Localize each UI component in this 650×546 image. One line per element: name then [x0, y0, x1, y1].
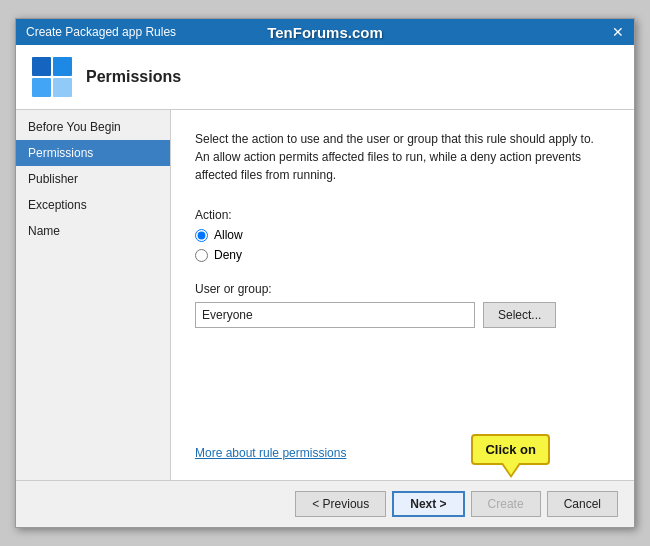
previous-button[interactable]: < Previous — [295, 491, 386, 517]
radio-allow[interactable]: Allow — [195, 228, 610, 242]
icon-cell-3 — [32, 78, 51, 97]
callout-text: Click on — [485, 442, 536, 457]
description-text: Select the action to use and the user or… — [195, 130, 595, 184]
user-group-section: User or group: Select... Click on — [195, 282, 610, 328]
sidebar-item-publisher[interactable]: Publisher — [16, 166, 170, 192]
radio-deny[interactable]: Deny — [195, 248, 610, 262]
page-title: Permissions — [86, 68, 181, 86]
radio-allow-label: Allow — [214, 228, 243, 242]
action-label: Action: — [195, 208, 610, 222]
sidebar-item-name[interactable]: Name — [16, 218, 170, 244]
user-group-label: User or group: — [195, 282, 610, 296]
sidebar-item-permissions[interactable]: Permissions — [16, 140, 170, 166]
radio-deny-input[interactable] — [195, 249, 208, 262]
app-icon — [32, 57, 72, 97]
radio-deny-label: Deny — [214, 248, 242, 262]
main-content: Select the action to use and the user or… — [171, 110, 634, 480]
sidebar-item-exceptions[interactable]: Exceptions — [16, 192, 170, 218]
sidebar-item-before-you-begin[interactable]: Before You Begin — [16, 114, 170, 140]
next-button[interactable]: Next > — [392, 491, 464, 517]
create-button[interactable]: Create — [471, 491, 541, 517]
sidebar: Before You Begin Permissions Publisher E… — [16, 110, 171, 480]
action-group: Action: Allow Deny — [195, 208, 610, 262]
radio-allow-input[interactable] — [195, 229, 208, 242]
icon-cell-4 — [53, 78, 72, 97]
radio-group: Allow Deny — [195, 228, 610, 262]
icon-cell-2 — [53, 57, 72, 76]
icon-cell-1 — [32, 57, 51, 76]
title-bar: Create Packaged app Rules TenForums.com … — [16, 19, 634, 45]
cancel-button[interactable]: Cancel — [547, 491, 618, 517]
close-button[interactable]: ✕ — [612, 25, 624, 39]
user-group-row: Select... — [195, 302, 610, 328]
more-link[interactable]: More about rule permissions — [195, 446, 346, 460]
header-section: Permissions — [16, 45, 634, 110]
callout-tooltip: Click on — [471, 434, 550, 465]
dialog: Create Packaged app Rules TenForums.com … — [15, 18, 635, 528]
footer: < Previous Next > Create Cancel — [16, 480, 634, 527]
content-area: Before You Begin Permissions Publisher E… — [16, 110, 634, 480]
title-bar-text: Create Packaged app Rules — [26, 25, 176, 39]
user-group-input[interactable] — [195, 302, 475, 328]
select-button[interactable]: Select... — [483, 302, 556, 328]
